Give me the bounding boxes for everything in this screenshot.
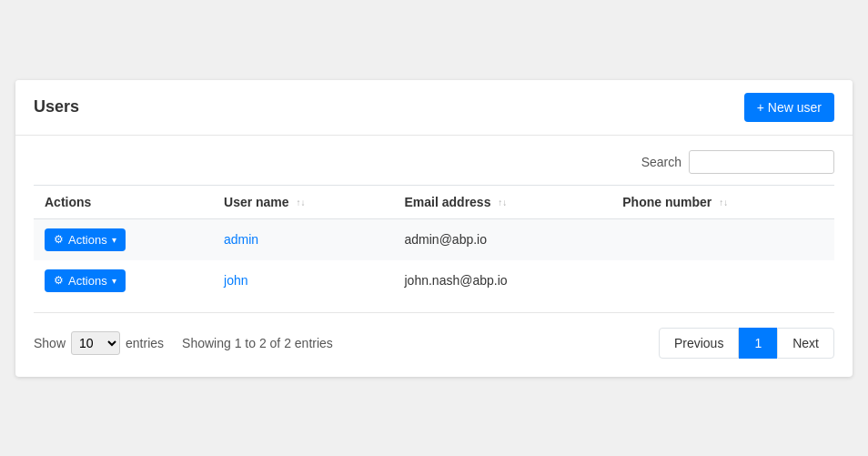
search-row: Search	[34, 150, 834, 174]
email-cell: john.nash@abp.io	[394, 260, 612, 301]
actions-cell: ⚙Actions▾	[34, 218, 213, 260]
username-cell: admin	[213, 218, 393, 260]
page-title: Users	[34, 97, 79, 117]
new-user-button[interactable]: + New user	[744, 93, 834, 122]
show-label: Show	[34, 336, 66, 350]
show-entries: Show 10 25 50 100 entries	[34, 331, 164, 355]
table-row: ⚙Actions▾adminadmin@abp.io	[34, 218, 834, 260]
phone-cell	[611, 218, 834, 260]
users-card: Users + New user Search Actions User nam…	[15, 80, 853, 377]
col-phone[interactable]: Phone number ↑↓	[611, 185, 834, 218]
search-label: Search	[641, 155, 681, 169]
caret-icon: ▾	[112, 235, 116, 245]
page-1-button[interactable]: 1	[739, 328, 777, 359]
entries-per-page-select[interactable]: 10 25 50 100	[71, 331, 120, 355]
search-input[interactable]	[689, 150, 834, 174]
phone-cell	[611, 260, 834, 301]
actions-cell: ⚙Actions▾	[34, 260, 213, 301]
next-button[interactable]: Next	[777, 328, 834, 359]
sort-icon-username: ↑↓	[297, 198, 306, 208]
card-body: Search Actions User name ↑↓ Email addres…	[15, 136, 853, 377]
col-username[interactable]: User name ↑↓	[213, 185, 393, 218]
col-actions: Actions	[34, 185, 213, 218]
footer-row: Show 10 25 50 100 entries Showing 1 to 2…	[34, 312, 834, 362]
card-header: Users + New user	[15, 80, 853, 136]
users-table: Actions User name ↑↓ Email address ↑↓ Ph…	[34, 185, 834, 301]
actions-button[interactable]: ⚙Actions▾	[45, 228, 126, 251]
pagination: Previous 1 Next	[659, 328, 834, 359]
gear-icon: ⚙	[54, 233, 64, 246]
sort-icon-phone: ↑↓	[719, 198, 728, 208]
username-link[interactable]: john	[224, 273, 247, 288]
username-cell: john	[213, 260, 393, 301]
previous-button[interactable]: Previous	[659, 328, 739, 359]
entries-label: entries	[126, 336, 164, 350]
caret-icon: ▾	[112, 276, 116, 286]
table-header-row: Actions User name ↑↓ Email address ↑↓ Ph…	[34, 185, 834, 218]
email-cell: admin@abp.io	[394, 218, 612, 260]
username-link[interactable]: admin	[224, 232, 258, 247]
table-row: ⚙Actions▾johnjohn.nash@abp.io	[34, 260, 834, 301]
col-email[interactable]: Email address ↑↓	[394, 185, 612, 218]
actions-button[interactable]: ⚙Actions▾	[45, 269, 126, 292]
gear-icon: ⚙	[54, 274, 64, 287]
table-body: ⚙Actions▾adminadmin@abp.io⚙Actions▾johnj…	[34, 218, 834, 301]
sort-icon-email: ↑↓	[498, 198, 507, 208]
showing-text: Showing 1 to 2 of 2 entries	[182, 336, 333, 350]
footer-left: Show 10 25 50 100 entries Showing 1 to 2…	[34, 331, 333, 355]
